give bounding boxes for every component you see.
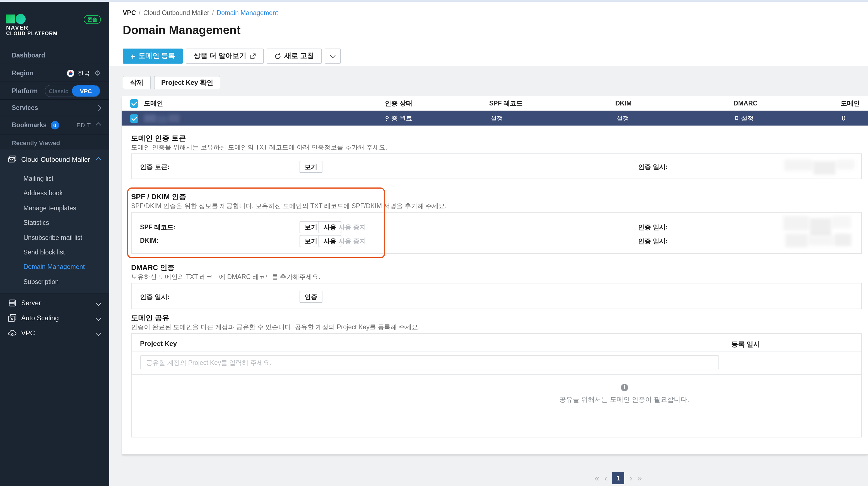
- chevron-down-icon: [330, 53, 336, 58]
- region-settings-gear-icon[interactable]: ⚙: [94, 69, 100, 77]
- domain-card: 도메인 인증 상태 SPF 레코드 DKIM DMARC 도메인 공유 인증 완…: [122, 96, 868, 455]
- token-date-label: 인증 일시:: [638, 163, 668, 171]
- refresh-icon: [274, 53, 281, 59]
- console-badge[interactable]: 콘솔: [84, 15, 101, 24]
- pagination-first-button[interactable]: «: [595, 472, 599, 484]
- sidebar-item-unsubscribe-mail-list[interactable]: Unsubscribe mail list: [0, 230, 109, 245]
- cell-share-count: 0: [842, 111, 845, 126]
- project-key-input[interactable]: [140, 356, 719, 369]
- table-row-selected[interactable]: 인증 완료 설정 설정 미설정 0: [122, 111, 868, 126]
- register-domain-button[interactable]: + 도메인 등록: [123, 49, 183, 64]
- sidebar-item-manage-templates[interactable]: Manage templates: [0, 201, 109, 216]
- share-section-desc: 인증이 완료된 도메인을 다른 계정과 공유할 수 있습니다. 공유할 계정의 …: [131, 323, 420, 331]
- brand-subname: CLOUD PLATFORM: [6, 31, 58, 36]
- sidebar-item-server[interactable]: Server: [0, 295, 109, 311]
- sidebar-bookmarks-row: Bookmarks 0 EDIT: [0, 117, 109, 133]
- breadcrumb-domain-management: Domain Management: [217, 9, 278, 16]
- recent-service-block: Cloud Outbound Mailer Mailing list Addre…: [0, 150, 109, 294]
- mail-stack-icon: [8, 155, 17, 164]
- sidebar: 콘솔 NAVER CLOUD PLATFORM Dashboard Region…: [0, 2, 109, 486]
- pagination-next-button[interactable]: ›: [629, 472, 632, 484]
- divider: [0, 81, 109, 82]
- sidebar-item-cloud-outbound-mailer[interactable]: Cloud Outbound Mailer: [0, 151, 109, 168]
- dmarc-section-desc: 보유하신 도메인의 TXT 레코드에 DMARC 레코드를 추가해주세요.: [131, 273, 320, 281]
- spf-use-button[interactable]: 사용: [318, 221, 341, 233]
- chevron-down-icon[interactable]: [96, 300, 101, 306]
- server-icon: [8, 299, 17, 307]
- spf-label: SPF 레코드:: [140, 223, 176, 232]
- spf-dkim-section-desc: SPF/DKIM 인증을 위한 정보를 제공합니다. 보유하신 도메인의 TXT…: [131, 202, 447, 210]
- bookmarks-edit-button[interactable]: EDIT: [76, 122, 91, 128]
- learn-more-button[interactable]: 상품 더 알아보기: [186, 49, 264, 64]
- sidebar-item-statistics[interactable]: Statistics: [0, 215, 109, 230]
- chevron-up-icon[interactable]: [96, 157, 101, 162]
- platform-toggle[interactable]: Classic VPC: [44, 85, 100, 97]
- divider: [0, 294, 109, 294]
- bookmarks-count-badge: 0: [51, 121, 59, 129]
- cell-dkim: 설정: [616, 111, 629, 126]
- sidebar-item-domain-management[interactable]: Domain Management: [0, 260, 109, 275]
- dkim-use-button[interactable]: 사용: [318, 235, 341, 247]
- pagination-last-button[interactable]: »: [637, 472, 642, 484]
- delete-button[interactable]: 삭제: [123, 76, 151, 89]
- more-actions-dropdown-button[interactable]: [325, 49, 341, 64]
- token-view-button[interactable]: 보기: [300, 161, 322, 173]
- sidebar-item-mailing-list[interactable]: Mailing list: [0, 171, 109, 186]
- project-key-check-button[interactable]: Project Key 확인: [154, 76, 221, 89]
- info-exclamation-icon: !: [621, 384, 628, 391]
- sidebar-item-send-block-list[interactable]: Send block list: [0, 245, 109, 260]
- col-status: 인증 상태: [385, 96, 412, 111]
- divider: [132, 374, 861, 375]
- divider: [0, 134, 109, 134]
- sidebar-item-address-book[interactable]: Address book: [0, 186, 109, 201]
- sidebar-item-vpc[interactable]: VPC: [0, 325, 109, 341]
- chevron-down-icon[interactable]: [96, 315, 101, 321]
- refresh-button[interactable]: 새로 고침: [267, 49, 322, 64]
- submenu: Mailing list Address book Manage templat…: [0, 168, 109, 289]
- sidebar-platform-row: Platform Classic VPC: [0, 83, 109, 99]
- share-section-title: 도메인 공유: [131, 313, 169, 323]
- platform-classic-option[interactable]: Classic: [45, 88, 72, 94]
- sidebar-item-dashboard[interactable]: Dashboard: [0, 48, 109, 63]
- naver-logo-square: [6, 14, 15, 24]
- col-dkim: DKIM: [615, 96, 632, 111]
- toolbar: + 도메인 등록 상품 더 알아보기 새로 고침: [123, 49, 341, 64]
- redacted-date-value: [784, 159, 855, 175]
- plus-icon: +: [130, 52, 135, 60]
- korea-flag-icon: [67, 69, 74, 77]
- dmarc-date-label: 인증 일시:: [140, 293, 169, 301]
- pagination-current-page[interactable]: 1: [612, 472, 624, 484]
- sidebar-item-subscription[interactable]: Subscription: [0, 274, 109, 289]
- recently-viewed-header: Recently Viewed: [0, 135, 109, 151]
- token-label: 인증 토큰:: [140, 163, 169, 171]
- pagination: « ‹ 1 › »: [595, 472, 642, 485]
- chevron-up-icon[interactable]: [96, 122, 101, 128]
- dmarc-verify-button[interactable]: 인증: [300, 291, 322, 303]
- table-header: 도메인 인증 상태 SPF 레코드 DKIM DMARC 도메인 공유: [122, 96, 868, 111]
- spf-stop-label: 사용 중지: [339, 223, 366, 232]
- pagination-prev-button[interactable]: ‹: [604, 472, 607, 484]
- breadcrumb-cloud-outbound-mailer[interactable]: Cloud Outbound Mailer: [143, 9, 210, 16]
- col-spf: SPF 레코드: [489, 96, 523, 111]
- sidebar-item-services[interactable]: Services: [0, 100, 109, 116]
- sidebar-item-auto-scaling[interactable]: Auto Scaling: [0, 310, 109, 327]
- cell-dmarc: 미설정: [735, 111, 754, 126]
- spf-dkim-box: SPF 레코드: 보기 사용 사용 중지 인증 일시: DKIM: 보기 사용 …: [131, 212, 862, 254]
- screen: 콘솔 NAVER CLOUD PLATFORM Dashboard Region…: [0, 0, 868, 486]
- chevron-right-icon: [96, 105, 101, 111]
- token-box: 인증 토큰: 보기 인증 일시:: [131, 153, 862, 179]
- breadcrumb-vpc[interactable]: VPC: [123, 9, 136, 16]
- chevron-down-icon[interactable]: [96, 330, 101, 336]
- cell-status: 인증 완료: [385, 111, 412, 126]
- divider: [0, 64, 109, 64]
- spf-date-label: 인증 일시:: [638, 223, 668, 232]
- platform-vpc-option[interactable]: VPC: [72, 85, 100, 96]
- col-share: 도메인 공유: [841, 96, 868, 111]
- vpc-cloud-icon: [8, 329, 17, 338]
- col-domain: 도메인: [144, 96, 163, 111]
- dmarc-box: 인증 일시: 인증: [131, 283, 862, 309]
- select-all-checkbox[interactable]: [130, 99, 138, 108]
- row-checkbox[interactable]: [130, 114, 138, 123]
- cell-spf: 설정: [490, 111, 503, 126]
- share-col-project-key: Project Key: [140, 340, 177, 347]
